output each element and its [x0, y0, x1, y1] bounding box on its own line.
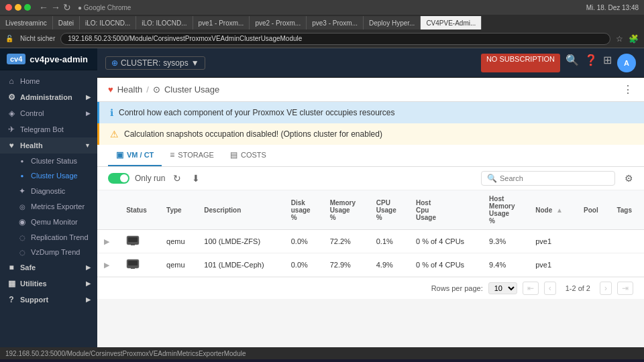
sidebar-item-cluster-status[interactable]: ● Cluster Status — [0, 154, 97, 168]
sidebar-item-replication-trend[interactable]: ◌ Replication Trend — [0, 230, 97, 245]
table-settings-icon[interactable]: ⚙ — [625, 173, 633, 184]
content-topbar: ♥ Health / ⊙ Cluster Usage ⋮ — [97, 78, 644, 102]
status-url: 192.168.50.23:5000/Module/CorsinvestProx… — [5, 350, 246, 357]
sidebar-item-cluster-usage[interactable]: ● Cluster Usage — [0, 168, 97, 183]
row2-host-memory: 9.4% — [482, 253, 529, 277]
tab-pve2[interactable]: pve2 - Proxm... — [250, 16, 307, 29]
minimize-button[interactable] — [15, 4, 21, 11]
forward-button[interactable]: → — [51, 2, 60, 13]
bookmark-icon[interactable]: ☆ — [616, 34, 623, 44]
browser-app-label: ● Google Chrome — [78, 4, 131, 11]
health-chevron-icon: ▼ — [85, 142, 91, 149]
tab-datei[interactable]: Datei — [53, 16, 80, 29]
tab-pve3[interactable]: pve3 - Proxm... — [307, 16, 364, 29]
sidebar-item-support[interactable]: ? Support ▶ — [0, 292, 97, 308]
tab-costs[interactable]: ▤ COSTS — [222, 145, 274, 166]
toolbar: Only run ↻ ⬇ 🔍 ⚙ — [97, 167, 644, 190]
next-page-button[interactable]: › — [600, 282, 612, 295]
tab-livestreaminc[interactable]: Livestreaminc — [0, 16, 53, 29]
help-icon[interactable]: ❓ — [584, 54, 598, 72]
row1-memory: 72.2% — [323, 230, 370, 253]
tab-costs-label: COSTS — [241, 151, 266, 159]
cluster-badge: ⊕ CLUSTER: sysops ▼ — [105, 56, 205, 70]
col-host-mem-pct: % — [489, 217, 495, 225]
tab-ilo1[interactable]: iLO: ILOCND... — [80, 16, 136, 29]
sidebar-item-control[interactable]: ◈ Control ▶ — [0, 105, 97, 121]
col-host-mem-label: Host — [489, 195, 504, 202]
tab-ilo2[interactable]: iLO: ILOCND... — [136, 16, 193, 29]
sidebar-item-control-label: Control — [20, 109, 44, 117]
more-options-icon[interactable]: ⋮ — [623, 83, 633, 96]
row2-cpu: 4.9% — [370, 253, 409, 277]
tab-vm-ct-label: VM / CT — [127, 151, 154, 159]
search-input[interactable] — [500, 174, 609, 182]
sidebar-item-qemu-monitor[interactable]: ◉ Qemu Monitor — [0, 214, 97, 230]
grid-icon[interactable]: ⊞ — [603, 54, 612, 72]
maximize-button[interactable] — [24, 4, 31, 11]
rows-per-page-select[interactable]: 10 25 50 — [488, 282, 517, 294]
sidebar-item-telegram[interactable]: ✈ Telegram Bot — [0, 121, 97, 137]
row2-expand[interactable]: ▶ — [97, 253, 119, 277]
download-button[interactable]: ⬇ — [189, 172, 203, 185]
row1-pool — [577, 230, 610, 253]
reload-button[interactable]: ↻ — [63, 2, 71, 13]
sidebar-item-qemu-label: Qemu Monitor — [31, 218, 78, 226]
last-page-button[interactable]: ⇥ — [617, 282, 633, 295]
safe-icon: ■ — [7, 263, 16, 272]
data-table: Status Type Description Disk usage % — [97, 190, 644, 277]
row1-description: 100 (LMDE-ZFS) — [197, 230, 284, 253]
refresh-button[interactable]: ↻ — [170, 172, 184, 185]
cluster-dropdown-icon: ▼ — [191, 58, 199, 68]
sidebar-item-administration[interactable]: ⚙ Administration ▶ — [0, 89, 97, 105]
close-button[interactable] — [5, 4, 12, 11]
row1-type: qemu — [160, 230, 197, 253]
extensions-icon[interactable]: 🧩 — [629, 34, 639, 44]
prev-page-button[interactable]: ‹ — [544, 282, 556, 295]
sidebar-item-utilities[interactable]: ▦ Utilities ▶ — [0, 276, 97, 292]
col-description: Description — [197, 190, 284, 230]
replication-icon: ◌ — [17, 234, 27, 241]
cluster-usage-icon: ● — [17, 173, 27, 179]
sidebar-item-support-label: Support — [20, 296, 48, 304]
page-info: 1-2 of 2 — [566, 284, 590, 292]
tab-storage[interactable]: ≡ STORAGE — [162, 145, 222, 166]
col-memory-label: Memory — [330, 199, 356, 206]
tab-cv4pve[interactable]: CV4PVE-Admi... — [421, 16, 482, 29]
main-content: ⊕ CLUSTER: sysops ▼ NO SUBSCRIPTION 🔍 ❓ … — [97, 48, 644, 347]
tab-deploy[interactable]: Deploy Hyper... — [364, 16, 421, 29]
col-host-cpu-unit: Usage — [416, 214, 436, 221]
row1-expand[interactable]: ▶ — [97, 230, 119, 253]
sidebar-header: cv4 cv4pve-admin — [0, 48, 97, 70]
status-bar: 192.168.50.23:5000/Module/CorsinvestProx… — [0, 347, 644, 359]
breadcrumb-health: Health — [117, 84, 143, 95]
svg-rect-5 — [131, 267, 135, 269]
back-button[interactable]: ← — [39, 2, 48, 13]
svg-rect-1 — [128, 237, 138, 242]
sidebar-item-home[interactable]: ⌂ Home — [0, 73, 97, 89]
col-node[interactable]: Node ▲ — [529, 190, 577, 230]
first-page-button[interactable]: ⇤ — [523, 282, 539, 295]
only-run-toggle[interactable] — [108, 173, 129, 184]
sidebar-item-diagnostic[interactable]: ✦ Diagnostic — [0, 183, 97, 199]
tab-pve1[interactable]: pve1 - Proxm... — [193, 16, 250, 29]
cluster-label: CLUSTER: — [121, 58, 160, 68]
svg-rect-2 — [131, 244, 135, 245]
avatar[interactable]: A — [617, 54, 636, 72]
search-topbar-icon[interactable]: 🔍 — [566, 54, 579, 72]
address-input[interactable] — [60, 33, 610, 45]
vzdump-icon: ◌ — [17, 249, 27, 256]
sidebar-item-safe[interactable]: ■ Safe ▶ — [0, 259, 97, 276]
sidebar-item-vzdump-trend[interactable]: ◌ VzDump Trend — [0, 245, 97, 259]
table-header-row: Status Type Description Disk usage % — [97, 190, 644, 230]
sidebar-item-metrics-exporter[interactable]: ◎ Metrics Exporter — [0, 199, 97, 214]
info-text: Control how each component of your Proxm… — [119, 108, 395, 117]
table-row: ▶ qemu 100 (LMDE-ZFS) — [97, 230, 644, 253]
col-host-cpu: Host Cpu Usage — [409, 190, 482, 230]
warning-icon: ⚠ — [110, 129, 119, 139]
cluster-usage-table: Status Type Description Disk usage % — [97, 190, 644, 277]
sidebar-item-health[interactable]: ♥ Health ▼ — [0, 137, 97, 154]
col-host-cpu-label: Host — [416, 199, 431, 206]
metrics-icon: ◎ — [17, 203, 27, 210]
sidebar-app-title: cv4pve-admin — [30, 54, 88, 64]
tab-vm-ct[interactable]: ▣ VM / CT — [108, 145, 162, 166]
